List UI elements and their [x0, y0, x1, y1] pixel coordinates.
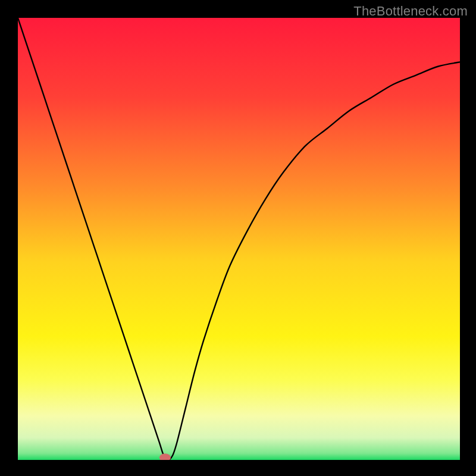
plot-area [18, 18, 460, 460]
watermark-text: TheBottleneck.com [353, 4, 468, 19]
chart-frame: TheBottleneck.com [0, 0, 476, 476]
bottleneck-chart [18, 18, 460, 460]
